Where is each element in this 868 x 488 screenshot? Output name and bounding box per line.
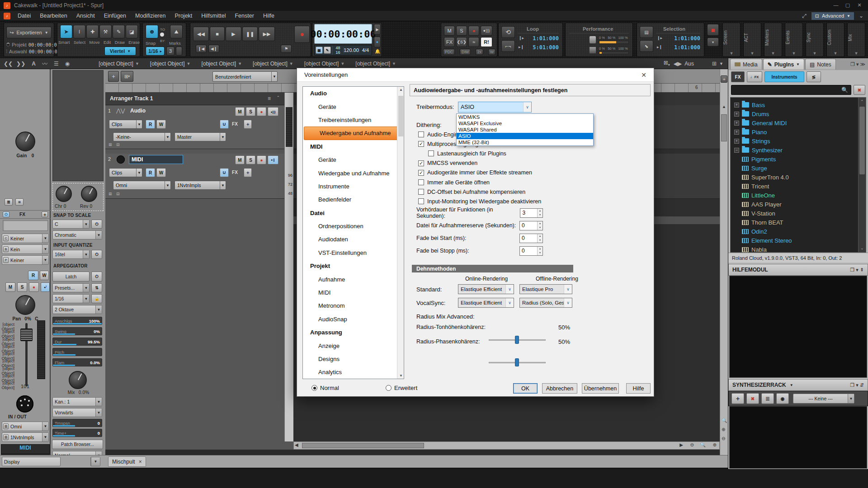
radio-icon[interactable]	[311, 385, 317, 391]
menu-item[interactable]: Bearbeiten	[35, 11, 71, 20]
checkbox-icon[interactable]	[418, 198, 424, 204]
pitch-coherence-slider[interactable]	[489, 336, 546, 344]
read-automation-button[interactable]: R	[146, 168, 155, 177]
waveform-icon[interactable]: 〰	[42, 60, 47, 67]
stop-button[interactable]: ■	[210, 27, 225, 41]
solo-button[interactable]: S	[246, 107, 255, 116]
normal-radio[interactable]: Normal	[311, 385, 339, 391]
tab-plugins[interactable]: ✎ PlugIns ▼	[763, 59, 804, 70]
radio-icon[interactable]	[6, 49, 7, 53]
preferences-nav-item[interactable]: VST-Einstellungen	[303, 246, 404, 259]
arranger-menu-icon[interactable]: ≡	[268, 95, 271, 102]
mix-small-button[interactable]: W	[488, 49, 495, 55]
collapsed-module-tab[interactable]: Mix▼	[847, 23, 865, 57]
spinner[interactable]: ▲▼	[537, 209, 542, 217]
selection-end-time[interactable]: 1:01:000	[674, 44, 700, 51]
output-combo[interactable]: ☰ 1NvtnImpls▼	[2, 432, 49, 442]
record-arm-button[interactable]: ●	[29, 282, 39, 292]
dialog-close-icon[interactable]: ✕	[641, 71, 646, 79]
inspector-output-combo[interactable]: P Keiner▼	[2, 255, 49, 265]
track-next-icon[interactable]: ❯❯	[16, 61, 25, 67]
vocalsync-online-combo[interactable]: Elastique Efficient∨	[458, 298, 514, 308]
help-module-icons[interactable]: ❐ ▾ ⇞	[850, 267, 864, 273]
fader-handle[interactable]	[20, 328, 33, 341]
collapsed-module-tab[interactable]: Sync▼	[806, 23, 824, 57]
transpose-row[interactable]: Trnspsn0	[52, 419, 102, 427]
checkbox-icon[interactable]	[418, 131, 424, 137]
plugin-tree-item[interactable]: − Synthesizer	[731, 145, 866, 155]
arp-mix-knob[interactable]	[69, 371, 87, 389]
vocalsync-offline-combo[interactable]: Radius (Solo, Gesan∨	[519, 298, 572, 308]
mute-button[interactable]: M	[5, 282, 15, 292]
scroll-right-icon[interactable]: ▶	[679, 442, 683, 447]
selection-start-time[interactable]: 1:01:000	[674, 35, 700, 42]
plugin-tree-item[interactable]: + General MIDI	[731, 118, 866, 127]
preferences-nav-item[interactable]: Geräte	[303, 100, 404, 113]
preferences-nav-item[interactable]: MIDI	[303, 286, 404, 299]
draw-tool-button[interactable]: ✎	[113, 25, 125, 38]
scale-combo[interactable]: Chromatic▼	[52, 230, 102, 239]
keyboard-select-icon[interactable]: ▤	[640, 26, 653, 38]
preferences-nav-item[interactable]: Projekt	[303, 259, 404, 272]
numeric-input[interactable]: 0 ▲▼	[519, 221, 543, 230]
ok-button[interactable]: OK	[513, 383, 538, 394]
fx-power-icon[interactable]: ⏻	[3, 211, 9, 217]
clips-dropdown[interactable]: Clips▼	[109, 168, 142, 177]
numeric-input[interactable]: 0 ▲▼	[519, 234, 543, 243]
menu-item[interactable]: Modifizieren	[131, 11, 170, 20]
expand-icon[interactable]: −	[734, 148, 739, 153]
expand-lanes-icon[interactable]: ⊞	[108, 142, 112, 147]
panel-window-icons[interactable]: ❐ ▾ ≫	[850, 61, 865, 67]
notes-icon[interactable]: ⌗	[15, 198, 24, 206]
rtz-button[interactable]: ❙◀	[196, 45, 207, 53]
reverb-knob[interactable]	[81, 186, 97, 202]
arp-slider[interactable]: Flam0.0%	[52, 358, 102, 366]
zoom-in-icon[interactable]: ⊕	[713, 442, 717, 447]
scale-power-button[interactable]: ⏻	[91, 220, 102, 229]
write-automation-button[interactable]: W	[156, 120, 166, 129]
checkbox-row[interactable]: ✓ MMCSS verwenden	[418, 159, 644, 168]
preferences-nav-item[interactable]: Anzeige	[303, 339, 404, 352]
pause-button[interactable]: ❚❚	[242, 27, 258, 41]
scroll-thumb[interactable]	[721, 114, 727, 141]
driver-mode-option[interactable]: WDM/KS	[457, 114, 593, 120]
driver-mode-option[interactable]: ASIO	[457, 133, 593, 139]
phase-coherence-slider[interactable]	[489, 358, 546, 366]
preferences-nav-item[interactable]: Audiodaten	[303, 233, 404, 246]
numeric-input[interactable]: 3 ▲▼	[520, 208, 543, 218]
exclusive-record-button[interactable]: R!	[481, 37, 492, 47]
synth-properties-button[interactable]: ◉	[776, 393, 789, 404]
driver-mode-combo[interactable]: ASIO∨	[458, 102, 532, 113]
loop-start-time[interactable]: 1:01:000	[533, 35, 559, 42]
record-button[interactable]: ●	[294, 26, 310, 43]
menu-item[interactable]: Projekt	[170, 11, 197, 20]
preferences-nav-item[interactable]: Ordnerpositionen	[303, 220, 404, 233]
menu-item[interactable]: Hilfsmittel	[197, 11, 230, 20]
arp-updown-button[interactable]: ⇅	[91, 283, 102, 292]
time-offset-row[interactable]: Time+0	[52, 429, 102, 437]
fx-global-button[interactable]: FX	[444, 37, 455, 47]
collapsed-module-tab[interactable]: ACT▼	[743, 23, 761, 57]
chorus-knob[interactable]	[56, 186, 72, 202]
numeric-input[interactable]: 0 ▲▼	[519, 246, 543, 256]
preferences-nav-item[interactable]: Analytics	[303, 366, 404, 379]
preferences-nav-item[interactable]: Treibereinstellungen	[303, 113, 404, 127]
selection-arrow-icon[interactable]: ⬊	[640, 40, 653, 52]
help-button[interactable]: Hilfe	[626, 383, 651, 394]
tempo-display[interactable]: 120.00	[343, 47, 359, 53]
fx-add-button[interactable]: ＋	[244, 168, 252, 177]
add-synth-button[interactable]: ＋	[731, 393, 744, 404]
select-tool-button[interactable]: I	[73, 25, 85, 38]
zoom-out-icon[interactable]: ⊖	[690, 442, 694, 447]
input-echo-button[interactable]: ●)))	[481, 26, 492, 36]
plugin-tree-item[interactable]: Pigments	[731, 155, 866, 164]
input-echo-button[interactable]: ●)))	[268, 107, 278, 116]
punch-button[interactable]: ⌐¬	[501, 40, 515, 52]
arp-octave-combo[interactable]: 2 Oktave▼	[52, 305, 102, 314]
layout-icon[interactable]: ≣	[5, 198, 13, 206]
arranger-collapse-icon[interactable]: ⌃	[276, 95, 280, 100]
chevron-down-icon[interactable]: ⌄	[859, 13, 863, 19]
snap-button[interactable]: ⊕	[146, 25, 158, 38]
audio-scale-icon[interactable]: A	[32, 61, 36, 67]
preferences-nav-item[interactable]: AudioSnap	[303, 313, 404, 326]
